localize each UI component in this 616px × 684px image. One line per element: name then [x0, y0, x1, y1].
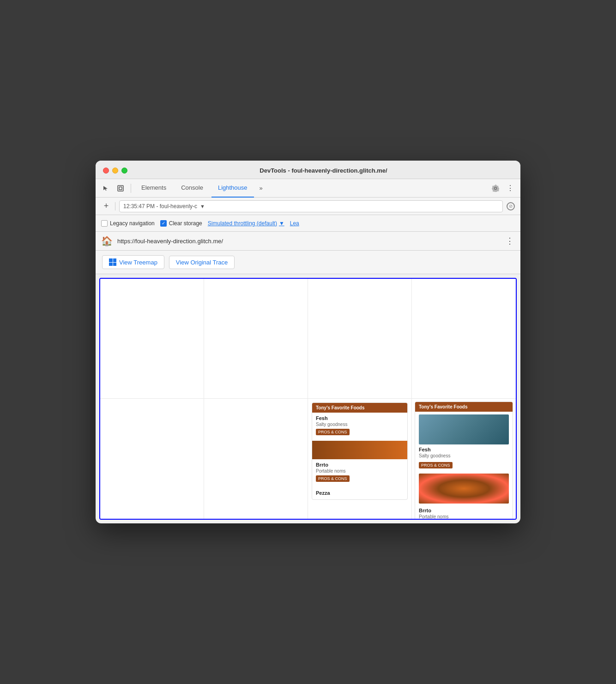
lh-more-options-icon[interactable]: ⋮ [506, 236, 515, 246]
fesh-pros-cons-button[interactable]: PROS & CONS [316, 429, 350, 435]
clear-storage-group: ✓ Clear storage [160, 220, 202, 227]
learn-more-link[interactable]: Lea [290, 220, 299, 227]
tab-more[interactable]: » [256, 183, 266, 193]
food-card-large-header: Tony's Favorite Foods [415, 402, 513, 412]
options-bar: Legacy navigation ✓ Clear storage Simula… [96, 215, 520, 232]
window-title: DevTools - foul-heavenly-direction.glitc… [134, 167, 513, 174]
brrto-name-large: Brrto [419, 508, 509, 513]
food-item-brrto-desc: Portable noms [316, 468, 404, 474]
tab-lighthouse[interactable]: Lighthouse [211, 179, 254, 198]
food-card-body-3: Pezza [312, 487, 407, 499]
grid-cell-1-4 [412, 279, 516, 399]
svg-rect-1 [119, 187, 122, 190]
throttling-label: Simulated throttling (default) [208, 220, 277, 227]
svg-rect-0 [118, 186, 123, 191]
more-options-icon[interactable]: ⋮ [504, 182, 517, 195]
traffic-lights [103, 168, 127, 174]
minimize-button[interactable] [112, 168, 118, 174]
throttling-select[interactable]: Simulated throttling (default) ▼ [208, 220, 284, 227]
devtools-window: DevTools - foul-heavenly-direction.glitc… [96, 161, 520, 523]
legacy-navigation-label: Legacy navigation [110, 220, 155, 227]
close-button[interactable] [103, 168, 109, 174]
treemap-icon [109, 258, 116, 266]
tab-elements[interactable]: Elements [135, 179, 173, 198]
fesh-name-large: Fesh [419, 447, 509, 452]
tab-bar: Elements Console Lighthouse » ⋮ [96, 179, 520, 198]
food-item-fesh-name: Fesh [316, 415, 404, 421]
settings-icon[interactable] [489, 182, 502, 195]
view-treemap-label: View Treemap [119, 259, 157, 266]
food-card-img-fish [312, 441, 407, 459]
food-item-fesh-desc: Salty goodness [316, 422, 404, 427]
food-item-pezza-name: Pezza [316, 490, 404, 496]
view-original-trace-button[interactable]: View Original Trace [169, 256, 235, 269]
fesh-desc-large: Salty goodness [419, 453, 509, 458]
grid-cell-2-3: Tony's Favorite Foods Fesh Salty goodnes… [308, 399, 412, 519]
brrto-pros-cons-button[interactable]: PROS & CONS [316, 475, 350, 482]
food-card-col3: Tony's Favorite Foods Fesh Salty goodnes… [312, 402, 408, 500]
fesh-item-large: Fesh Salty goodness PROS & CONS [415, 444, 513, 474]
legacy-navigation-group: Legacy navigation [101, 220, 155, 227]
timestamp-label: 12:35:47 PM - foul-heavenly-c [123, 203, 197, 210]
clear-storage-checkbox[interactable]: ✓ [160, 220, 167, 227]
chevron-down-icon: ▼ [279, 220, 284, 227]
grid-cell-2-1 [100, 399, 204, 519]
chevron-down-icon: ▼ [200, 204, 205, 209]
maximize-button[interactable] [121, 168, 127, 174]
title-bar: DevTools - foul-heavenly-direction.glitc… [96, 161, 520, 179]
brrto-item-large: Brrto Portable noms [415, 505, 513, 519]
action-bar: View Treemap View Original Trace [96, 251, 520, 274]
grid-cell-1-2 [204, 279, 308, 399]
fesh-large-pros-cons-button[interactable]: PROS & CONS [419, 462, 453, 468]
brrto-image [419, 474, 509, 504]
food-card-header: Tony's Favorite Foods [312, 403, 407, 413]
brrto-desc-large: Portable noms [419, 514, 509, 519]
lighthouse-icon: 🏠 [101, 235, 113, 246]
grid-cell-2-4: Tony's Favorite Foods Fesh Salty goodnes… [412, 399, 516, 519]
url-bar: + 12:35:47 PM - foul-heavenly-c ▼ ⊘ [96, 198, 520, 215]
legacy-navigation-checkbox[interactable] [101, 220, 108, 227]
food-item-brrto-name: Brrto [316, 462, 404, 468]
session-selector[interactable]: 12:35:47 PM - foul-heavenly-c ▼ [119, 200, 503, 212]
fesh-image [419, 414, 509, 444]
inspect-icon[interactable] [114, 182, 127, 195]
view-treemap-button[interactable]: View Treemap [102, 255, 164, 269]
tab-console[interactable]: Console [175, 179, 210, 198]
grid-cell-1-3 [308, 279, 412, 399]
add-session-button[interactable]: + [101, 201, 111, 211]
grid-cell-2-2 [204, 399, 308, 519]
lh-url-bar: 🏠 https://foul-heavenly-direction.glitch… [96, 232, 520, 251]
food-card-body: Fesh Salty goodness PROS & CONS [312, 413, 407, 441]
lh-url-display: https://foul-heavenly-direction.glitch.m… [117, 238, 501, 245]
view-original-trace-label: View Original Trace [176, 259, 228, 266]
tab-separator [131, 184, 131, 193]
food-card-body-2: Brrto Portable noms PROS & CONS [312, 459, 407, 487]
block-icon[interactable]: ⊘ [507, 202, 515, 210]
main-content-grid: Tony's Favorite Foods Fesh Salty goodnes… [99, 278, 517, 520]
clear-storage-label: Clear storage [169, 220, 202, 227]
cursor-icon[interactable] [99, 182, 112, 195]
food-card-col4: Tony's Favorite Foods Fesh Salty goodnes… [415, 402, 513, 519]
grid-cell-1-1 [100, 279, 204, 399]
